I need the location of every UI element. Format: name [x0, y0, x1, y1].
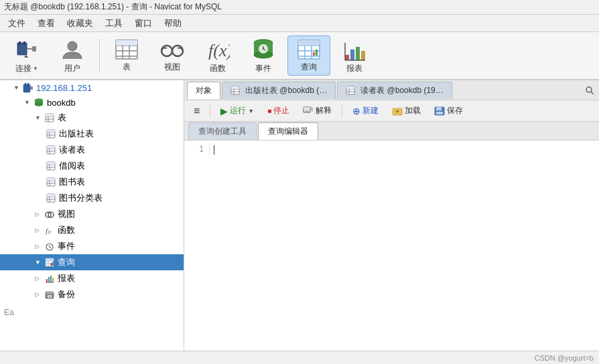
views-label: 视图 — [58, 208, 75, 220]
save-label: 保存 — [447, 105, 463, 116]
title-bar: 无标题 @bookdb (192.168.1.251) - 查询 - Navic… — [0, 0, 599, 15]
menu-bar: 文件 查看 收藏夹 工具 窗口 帮助 — [0, 15, 599, 32]
toolbar-connect-btn[interactable]: 连接 ▼ — [5, 35, 48, 76]
stop-btn[interactable]: ■ 停止 — [262, 102, 295, 119]
sidebar-tables-group[interactable]: ▼ 表 — [0, 110, 184, 126]
sidebar-table-tushu[interactable]: 图书表 — [0, 174, 184, 190]
editor-tab-editor-label: 查询编辑器 — [268, 126, 308, 136]
toolbar-user-btn[interactable]: 用户 — [51, 35, 94, 76]
tab-duzhe-label: 读者表 @bookdb (19… — [360, 85, 444, 96]
tab-chuban-icon — [230, 86, 240, 95]
toolbar-report-btn[interactable]: 报表 — [333, 35, 376, 76]
save-btn[interactable]: 保存 — [429, 102, 468, 119]
editor-tab-editor[interactable]: 查询编辑器 — [258, 122, 318, 140]
svg-rect-95 — [52, 278, 54, 282]
load-icon — [392, 106, 403, 116]
sidebar-queries-group[interactable]: ▼ 查询 — [0, 254, 184, 270]
sidebar-backup-group[interactable]: ▷ 备份 — [0, 286, 184, 302]
function-label: 函数 — [210, 63, 226, 74]
code-content[interactable] — [214, 143, 594, 155]
svg-rect-4 — [32, 46, 36, 52]
load-label: 加载 — [405, 105, 421, 116]
tab-chuban-label: 出版社表 @bookdb (… — [245, 85, 327, 96]
view-label: 视图 — [164, 62, 180, 73]
editor-tab-builder[interactable]: 查询创建工具 — [188, 122, 257, 140]
run-icon: ▶ — [220, 106, 228, 116]
menu-tools[interactable]: 工具 — [100, 15, 128, 31]
connect-label-group: 连接 ▼ — [15, 63, 38, 74]
table-row-icon — [46, 161, 56, 171]
tab-bar: 对象 出版社表 @bookdb (… — [184, 80, 599, 100]
sidebar-hint: Ea — [0, 302, 184, 323]
menu-window[interactable]: 窗口 — [129, 15, 157, 31]
explain-btn[interactable]: 解释 — [297, 102, 337, 119]
functions-arrow: ▷ — [35, 227, 43, 234]
sec-divider-2 — [342, 104, 342, 118]
events-arrow: ▷ — [35, 243, 43, 250]
menu-view[interactable]: 查看 — [32, 15, 60, 31]
svg-rect-98 — [46, 292, 54, 294]
svg-rect-13 — [116, 40, 137, 46]
sidebar-table-fenlei[interactable]: 图书分类表 — [0, 190, 184, 206]
text-cursor — [214, 145, 214, 155]
new-query-btn[interactable]: ⊕ 新建 — [347, 102, 384, 119]
menu-toggle-btn[interactable]: ≡ — [188, 102, 205, 120]
tables-arrow: ▼ — [35, 114, 43, 121]
sidebar-reports-group[interactable]: ▷ 报表 — [0, 270, 184, 286]
queries-arrow: ▼ — [35, 259, 43, 266]
table-row-icon — [46, 193, 56, 203]
toolbar-function-btn[interactable]: f(x) 函数 — [196, 35, 239, 76]
sidebar-table-chuban[interactable]: 出版社表 — [0, 126, 184, 142]
svg-rect-38 — [361, 51, 365, 60]
tables-icon — [44, 112, 55, 123]
status-text: CSDN @yogurt=b — [534, 354, 594, 362]
tab-object[interactable]: 对象 — [187, 82, 220, 99]
svg-rect-35 — [345, 55, 349, 60]
svg-rect-78 — [47, 194, 55, 197]
svg-rect-91 — [52, 262, 54, 266]
editor-area[interactable]: 1 — [184, 141, 599, 364]
table-row-icon — [46, 177, 56, 187]
tab-search-btn[interactable] — [583, 84, 596, 97]
sidebar-events-group[interactable]: ▷ 事件 — [0, 238, 184, 254]
connection-label: 192.168.1.251 — [36, 83, 92, 93]
new-icon: ⊕ — [352, 106, 360, 116]
views-icon — [44, 209, 55, 219]
tab-duzhe[interactable]: 读者表 @bookdb (19… — [337, 82, 452, 99]
tab-chuban[interactable]: 出版社表 @bookdb (… — [222, 82, 336, 99]
svg-rect-63 — [47, 146, 55, 149]
function-icon: f(x) — [206, 37, 230, 62]
menu-file[interactable]: 文件 — [3, 15, 31, 31]
toolbar-query-btn[interactable]: 查询 — [287, 35, 330, 76]
toolbar-event-btn[interactable]: 事件 — [242, 35, 285, 76]
sidebar-table-jieyue[interactable]: 借阅表 — [0, 158, 184, 174]
tables-label: 表 — [58, 112, 66, 124]
svg-rect-73 — [47, 178, 55, 181]
sidebar-functions-group[interactable]: ▷ f₀ 函数 — [0, 222, 184, 238]
sidebar-views-group[interactable]: ▷ 视图 — [0, 206, 184, 222]
svg-rect-110 — [346, 86, 354, 89]
stop-label: 停止 — [273, 105, 289, 116]
run-btn[interactable]: ▶ 运行 ▼ — [215, 102, 259, 119]
toolbar-view-btn[interactable]: 视图 — [151, 35, 194, 76]
svg-point-100 — [49, 296, 50, 297]
user-label: 用户 — [64, 63, 80, 74]
connect-label: 连接 — [15, 63, 31, 74]
backup-label: 备份 — [58, 288, 75, 300]
menu-favorites[interactable]: 收藏夹 — [62, 15, 98, 31]
svg-line-116 — [311, 107, 313, 109]
connection-icon — [23, 82, 34, 93]
sidebar-db[interactable]: ▼ bookdb — [0, 95, 184, 110]
toolbar-table-btn[interactable]: 表 — [105, 35, 148, 76]
svg-text:f(x): f(x) — [208, 41, 230, 60]
load-btn[interactable]: 加载 — [387, 102, 426, 119]
sidebar-table-duzhe[interactable]: 读者表 — [0, 142, 184, 158]
table-jieyue-label: 借阅表 — [59, 160, 85, 172]
svg-rect-58 — [47, 130, 55, 132]
sidebar-connection[interactable]: ▼ 192.168.1.251 — [0, 80, 184, 95]
menu-help[interactable]: 帮助 — [159, 15, 187, 31]
svg-rect-68 — [47, 162, 55, 165]
sidebar: ▼ 192.168.1.251 ▼ — [0, 80, 184, 364]
events-label: 事件 — [58, 240, 75, 252]
table-row-icon — [46, 128, 56, 139]
